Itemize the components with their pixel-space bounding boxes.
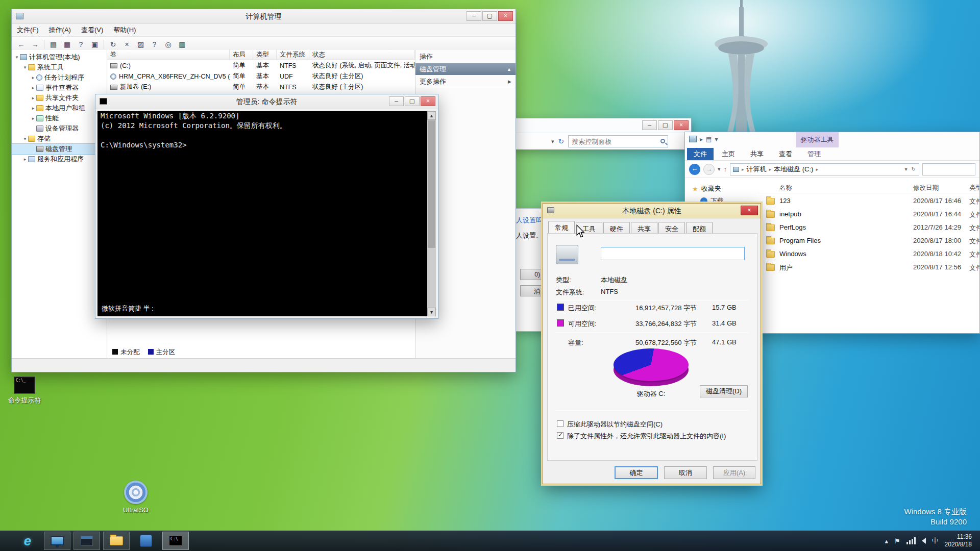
cancel-button[interactable]: 取消: [664, 466, 707, 479]
tree-item-task-scheduler[interactable]: ▸ 任务计划程序: [12, 72, 107, 83]
console-scrollbar[interactable]: ▲ ▼: [427, 111, 436, 316]
tab-view[interactable]: 查看: [772, 148, 799, 160]
fragment-button-2[interactable]: 消: [520, 285, 544, 296]
ime-indicator[interactable]: 中: [932, 536, 939, 545]
scroll-down-icon[interactable]: ▼: [427, 308, 436, 316]
address-refresh-icon[interactable]: ↻: [912, 166, 916, 172]
console-pane-icon[interactable]: ▣: [88, 38, 101, 50]
cm-close-button[interactable]: ×: [498, 11, 513, 21]
tree-item-local-users-groups[interactable]: ▸ 本地用户和组: [12, 103, 107, 113]
properties-icon[interactable]: ▨: [134, 38, 147, 50]
vol-col-layout[interactable]: 布局: [230, 50, 253, 60]
cp-close-button[interactable]: ×: [674, 120, 689, 130]
vol-col-volume[interactable]: 卷: [107, 50, 230, 60]
control-panel-search-input[interactable]: [572, 136, 656, 147]
menu-view[interactable]: 查看(V): [76, 24, 108, 36]
file-row-users[interactable]: 用户 2020/8/17 12:56 文件夹: [759, 261, 979, 274]
taskbar-app-button-1[interactable]: [44, 532, 70, 550]
breadcrumb-computer[interactable]: 计算机: [747, 165, 767, 174]
back-button[interactable]: ←: [689, 164, 700, 175]
tab-home[interactable]: 主页: [715, 148, 742, 160]
help2-icon[interactable]: ?: [148, 38, 161, 50]
file-row-perflogs[interactable]: PerfLogs 2012/7/26 14:29 文件夹: [759, 221, 979, 234]
file-row-windows[interactable]: Windows 2020/8/18 10:42 文件夹: [759, 247, 979, 261]
desktop-icon-cmd[interactable]: 命令提示符: [4, 377, 45, 405]
apply-button[interactable]: 应用(A): [713, 466, 755, 479]
taskbar-clock[interactable]: 11:36 2020/8/18: [945, 533, 975, 548]
tab-share[interactable]: 共享: [743, 148, 771, 160]
cm-titlebar[interactable]: 计算机管理 – ▢ ×: [12, 9, 516, 24]
refresh-icon[interactable]: ↻: [558, 137, 565, 145]
tree-item-storage[interactable]: ▾ 存储: [12, 134, 107, 144]
refresh-icon[interactable]: ↻: [107, 38, 119, 50]
vol-col-type[interactable]: 类型: [253, 50, 277, 60]
quick-access-folder-icon[interactable]: ▤: [706, 136, 712, 143]
help-icon[interactable]: ?: [75, 38, 87, 50]
tree-item-disk-management[interactable]: 磁盘管理: [12, 144, 107, 154]
more-actions-item[interactable]: 更多操作 ▶: [415, 75, 516, 88]
actions-group-disk-management[interactable]: 磁盘管理 ▲: [415, 63, 516, 75]
network-icon[interactable]: [906, 537, 916, 544]
views-icon[interactable]: ▥: [176, 38, 188, 50]
collapse-icon[interactable]: ▲: [507, 67, 511, 72]
file-row-inetpub[interactable]: inetpub 2020/8/17 16:44 文件夹: [759, 208, 979, 221]
file-row-program-files[interactable]: Program Files 2020/8/17 18:00 文件夹: [759, 234, 979, 247]
nav-item-favorites[interactable]: ★ 收藏夹: [692, 184, 721, 193]
cp-minimize-button[interactable]: –: [642, 120, 657, 130]
disk-cleanup-button[interactable]: 磁盘清理(D): [700, 385, 748, 397]
menu-file[interactable]: 文件(F): [12, 24, 44, 36]
up-button[interactable]: ↑: [724, 165, 727, 173]
cm-maximize-button[interactable]: ▢: [482, 11, 497, 21]
compress-drive-checkbox[interactable]: [557, 420, 564, 427]
tree-item-system-tools[interactable]: ▾ 系统工具: [12, 62, 107, 72]
explorer-search-box[interactable]: [922, 163, 975, 176]
control-panel-search-box[interactable]: [568, 135, 668, 147]
fragment-button-1[interactable]: 0): [520, 269, 544, 280]
column-header-type[interactable]: 类型: [969, 184, 979, 192]
explorer-titlebar[interactable]: ▸ ▤ ▾ 驱动器工具: [685, 132, 979, 147]
quick-access-dropdown-icon[interactable]: ▾: [715, 136, 718, 143]
cmd-minimize-button[interactable]: –: [389, 96, 404, 106]
drive-tools-contextual-tab[interactable]: 驱动器工具: [796, 132, 839, 147]
menu-help[interactable]: 帮助(H): [108, 24, 141, 36]
tree-item-performance[interactable]: ▸ 性能: [12, 113, 107, 123]
volume-row-d[interactable]: HRM_CPRA_X86FREV_ZH-CN_DV5 (D:) 简单 基本 UD…: [107, 71, 415, 82]
back-icon[interactable]: ←: [15, 38, 28, 50]
cp-maximize-button[interactable]: ▢: [658, 120, 673, 130]
show-window-icon[interactable]: ▦: [61, 38, 74, 50]
taskbar-cmd-button[interactable]: [162, 532, 189, 550]
address-dropdown-icon[interactable]: ▾: [551, 138, 554, 145]
cmd-titlebar[interactable]: 管理员: 命令提示符 – ▢ ×: [95, 94, 438, 109]
scroll-up-icon[interactable]: ▲: [427, 111, 436, 120]
tree-item-services-apps[interactable]: ▸ 服务和应用程序: [12, 154, 107, 164]
volume-row-c[interactable]: (C:) 简单 基本 NTFS 状态良好 (系统, 启动, 页面文件, 活动, …: [107, 60, 415, 71]
cm-minimize-button[interactable]: –: [467, 11, 481, 21]
control-panel-titlebar[interactable]: – ▢ ×: [512, 118, 691, 133]
quick-access-toolbar-icon[interactable]: ▸: [700, 136, 703, 143]
address-breadcrumb[interactable]: ▸ 计算机 ▸ 本地磁盘 (C:) ▸ ▾ ↻: [730, 163, 919, 176]
vol-col-status[interactable]: 状态: [309, 50, 415, 60]
props-titlebar[interactable]: 本地磁盘 (C:) 属性 ×: [543, 204, 761, 218]
cmd-maximize-button[interactable]: ▢: [405, 96, 420, 106]
tab-file[interactable]: 文件: [687, 148, 714, 160]
column-header-date[interactable]: 修改日期: [913, 184, 939, 192]
volume-icon[interactable]: [922, 538, 926, 544]
console-output[interactable]: Microsoft Windows [版本 6.2.9200] (c) 2012…: [97, 111, 436, 316]
column-header-name[interactable]: 名称: [779, 184, 792, 192]
history-dropdown-icon[interactable]: ▾: [718, 166, 721, 172]
tree-item-device-manager[interactable]: 设备管理器: [12, 123, 107, 134]
tab-manage[interactable]: 管理: [800, 148, 828, 160]
forward-button[interactable]: →: [703, 164, 715, 175]
tree-item-shared-folders[interactable]: ▸ 共享文件夹: [12, 93, 107, 103]
export-list-icon[interactable]: ▤: [47, 38, 60, 50]
props-close-button[interactable]: ×: [741, 206, 758, 215]
show-hidden-icons-button[interactable]: ▴: [885, 537, 888, 545]
menu-action[interactable]: 操作(A): [44, 24, 76, 36]
tree-item-event-viewer[interactable]: ▸ 事件查看器: [12, 83, 107, 93]
cmd-close-button[interactable]: ×: [421, 96, 435, 106]
taskbar-explorer-button[interactable]: [103, 532, 130, 550]
address-dropdown-icon[interactable]: ▾: [905, 166, 908, 172]
desktop-icon-ultraiso[interactable]: UltraISO: [115, 481, 156, 514]
taskbar-ie-button[interactable]: e: [14, 532, 41, 550]
breadcrumb-local-disk-c[interactable]: 本地磁盘 (C:): [774, 165, 813, 174]
